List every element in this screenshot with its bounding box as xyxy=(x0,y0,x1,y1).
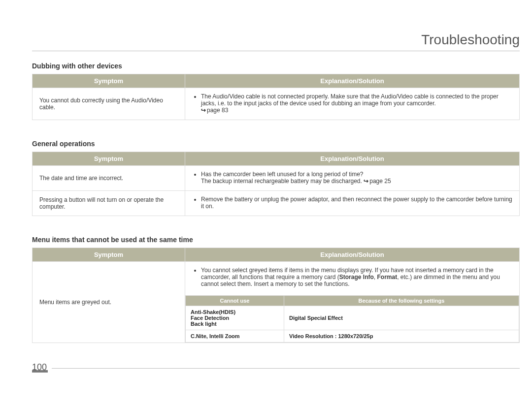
cannot-use-item: Face Detection xyxy=(191,315,229,321)
symptom-cell: The date and time are incorrect. xyxy=(33,166,185,191)
col-header-explanation: Explanation/Solution xyxy=(185,74,520,88)
page-rule xyxy=(52,368,520,369)
because-cell: Digital Special Effect xyxy=(284,306,519,330)
table-menu: Symptom Explanation/Solution Menu items … xyxy=(32,248,520,343)
cannot-use-cell: Anti-Shake(HDIS) Face Detection Back lig… xyxy=(186,306,284,330)
page-ref-text: page 25 xyxy=(369,178,391,185)
cannot-use-item: Back light xyxy=(191,321,217,327)
page-content: Troubleshooting Dubbing with other devic… xyxy=(32,32,520,343)
section-heading-general: General operations xyxy=(32,140,520,148)
section-heading-dubbing: Dubbing with other devices xyxy=(32,62,520,70)
explanation-cell: The Audio/Video cable is not connected p… xyxy=(185,88,520,120)
col-header-symptom: Symptom xyxy=(33,248,185,262)
explanation-cell: Has the camcorder been left unused for a… xyxy=(185,166,520,191)
table-row: Menu items are greyed out. You cannot se… xyxy=(33,262,520,343)
page-tab xyxy=(32,370,48,373)
cannot-use-item: Anti-Shake(HDIS) xyxy=(191,309,235,315)
table-dubbing: Symptom Explanation/Solution You cannot … xyxy=(32,74,520,120)
section-heading-menu: Menu items that cannot be used at the sa… xyxy=(32,236,520,244)
table-row: You cannot dub correctly using the Audio… xyxy=(33,88,520,120)
cannot-use-cell: C.Nite, Intelli Zoom xyxy=(186,330,284,343)
symptom-cell: Pressing a button will not turn on or op… xyxy=(33,191,185,216)
table-row: Anti-Shake(HDIS) Face Detection Back lig… xyxy=(186,306,519,330)
page-ref-icon xyxy=(201,107,207,114)
explanation-cell: You cannot select greyed items if items … xyxy=(185,262,520,343)
because-cell: Video Resolution : 1280x720/25p xyxy=(284,330,519,343)
page-ref-text: page 83 xyxy=(207,107,228,114)
symptom-cell: You cannot dub correctly using the Audio… xyxy=(33,88,185,120)
col-header-symptom: Symptom xyxy=(33,74,185,88)
explanation-text: Has the camcorder been left unused for a… xyxy=(201,171,364,178)
page-ref-icon xyxy=(364,178,369,185)
col-header-symptom: Symptom xyxy=(33,152,185,166)
bold-term: Storage Info xyxy=(339,274,374,281)
col-header-explanation: Explanation/Solution xyxy=(185,248,520,262)
explanation-text: The Audio/Video cable is not connected p… xyxy=(201,93,499,107)
symptom-cell: Menu items are greyed out. xyxy=(33,262,185,343)
table-row: Pressing a button will not turn on or op… xyxy=(33,191,520,216)
table-row: C.Nite, Intelli Zoom Video Resolution : … xyxy=(186,330,519,343)
explanation-cell: Remove the battery or unplug the power a… xyxy=(185,191,520,216)
inner-table: Cannot use Because of the following sett… xyxy=(185,295,519,343)
explanation-text: Remove the battery or unplug the power a… xyxy=(201,196,512,210)
inner-col-because: Because of the following settings xyxy=(284,296,519,306)
table-row: The date and time are incorrect. Has the… xyxy=(33,166,520,191)
page-title: Troubleshooting xyxy=(32,32,520,51)
bold-term: Format xyxy=(377,274,397,281)
explanation-text: The backup internal rechargeable battery… xyxy=(201,178,364,185)
table-general: Symptom Explanation/Solution The date an… xyxy=(32,152,520,216)
col-header-explanation: Explanation/Solution xyxy=(185,152,520,166)
inner-col-cannot-use: Cannot use xyxy=(186,296,284,306)
